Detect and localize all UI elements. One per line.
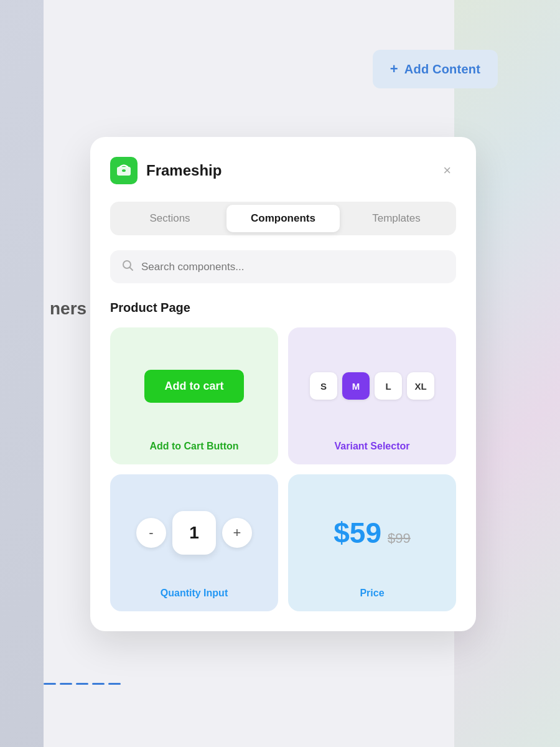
section-heading: Product Page <box>110 301 456 315</box>
card-add-to-cart[interactable]: Add to cart Add to Cart Button <box>110 327 278 464</box>
modal: Frameship × Sections Components Template… <box>90 137 476 631</box>
current-price: $59 <box>334 516 381 550</box>
variant-l: L <box>375 372 402 400</box>
card-label-price: Price <box>360 588 384 599</box>
original-price: $99 <box>388 530 411 547</box>
variant-options: S M L XL <box>310 372 434 400</box>
dash-3 <box>76 683 88 685</box>
card-label-add-to-cart: Add to Cart Button <box>149 441 238 452</box>
dash-1 <box>44 683 56 685</box>
tabs-container: Sections Components Templates <box>110 202 456 235</box>
modal-title: Frameship <box>146 162 222 179</box>
add-content-label: Add Content <box>404 62 480 77</box>
quantity-minus: - <box>136 518 166 548</box>
plus-icon: + <box>390 61 398 77</box>
component-grid: Add to cart Add to Cart Button S M L XL … <box>110 327 456 611</box>
search-icon <box>121 259 134 275</box>
dash-4 <box>92 683 105 685</box>
add-to-cart-demo-button: Add to cart <box>144 370 243 403</box>
variant-xl: XL <box>407 372 434 400</box>
search-box <box>110 250 456 283</box>
dash-5 <box>108 683 121 685</box>
price-display: $59 $99 <box>334 516 410 550</box>
search-input[interactable] <box>141 261 445 273</box>
tab-components[interactable]: Components <box>226 205 340 232</box>
tab-templates[interactable]: Templates <box>340 205 453 232</box>
top-bar: + Add Content <box>373 50 498 88</box>
quantity-controls: - 1 + <box>136 511 252 555</box>
card-label-variant-selector: Variant Selector <box>335 441 410 452</box>
card-quantity-input[interactable]: - 1 + Quantity Input <box>110 474 278 611</box>
svg-line-3 <box>130 268 133 271</box>
modal-title-area: Frameship <box>110 157 222 184</box>
price-preview: $59 $99 <box>301 487 444 579</box>
tab-sections[interactable]: Sections <box>113 205 226 232</box>
sidebar-label: ners <box>50 299 86 319</box>
quantity-plus: + <box>222 518 252 548</box>
add-content-button[interactable]: + Add Content <box>373 50 498 88</box>
card-variant-selector[interactable]: S M L XL Variant Selector <box>288 327 456 464</box>
frameship-logo <box>110 157 138 184</box>
dash-2 <box>60 683 72 685</box>
variant-selector-preview: S M L XL <box>301 340 444 432</box>
quantity-value: 1 <box>172 511 216 555</box>
close-button[interactable]: × <box>438 160 456 181</box>
bottom-dashes <box>44 683 121 685</box>
variant-m: M <box>342 372 370 400</box>
modal-header: Frameship × <box>110 157 456 184</box>
variant-s: S <box>310 372 337 400</box>
quantity-input-preview: - 1 + <box>123 487 266 579</box>
add-to-cart-preview: Add to cart <box>123 340 266 432</box>
svg-point-1 <box>122 169 126 172</box>
card-label-quantity-input: Quantity Input <box>161 588 228 599</box>
card-price[interactable]: $59 $99 Price <box>288 474 456 611</box>
